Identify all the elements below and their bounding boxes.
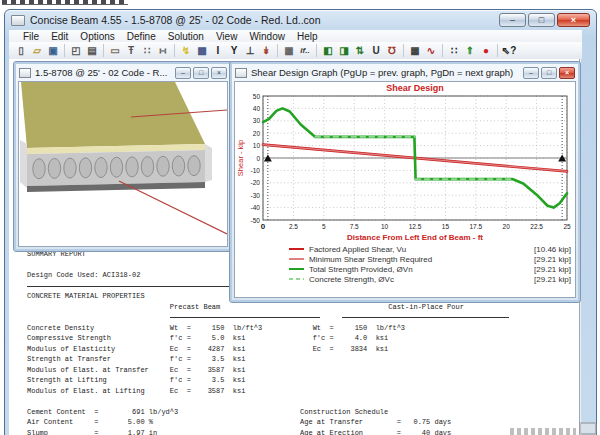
beam-left-end-face	[20, 140, 27, 188]
legend-swatch	[289, 248, 304, 251]
hollow-core	[188, 156, 200, 176]
shear-graph-window[interactable]: Shear Design Graph (PgUp = prev. graph, …	[230, 62, 580, 302]
minimize-button[interactable]: –	[175, 67, 191, 79]
save-file-button[interactable]: ▣	[45, 43, 61, 58]
x-tick-label: 2.5	[289, 223, 298, 230]
menu-item-options[interactable]: Options	[74, 31, 120, 42]
document-icon	[235, 68, 247, 78]
summary-line: Slump = 1.97 in Age at Erection = 40 day…	[27, 428, 464, 435]
print-button[interactable]: ▤	[84, 43, 100, 58]
print-preview-button[interactable]: ◰	[68, 43, 84, 58]
beam-3d-view[interactable]	[18, 81, 228, 247]
beam-view-window[interactable]: 1.5-8708 @ 25' - 02 Code - R... – □ ×	[14, 62, 232, 251]
toolbar-separator	[277, 44, 278, 57]
toolbar-separator	[497, 44, 498, 57]
minimize-button[interactable]: –	[499, 13, 526, 27]
flexure-design-button[interactable]: ◧	[320, 43, 336, 58]
shear-design-button[interactable]: ◨	[336, 43, 352, 58]
beam-topping-surface	[21, 82, 205, 148]
legend-row: Concrete Strength, ØVc[29.21 kip]	[289, 274, 571, 284]
y-tick-label: 10	[253, 142, 261, 149]
y-tick-label: -30	[251, 192, 261, 199]
legend-value: [10.46 kip]	[515, 245, 571, 254]
summary-line: Cement Content = 691 lb/yd^3 Constructio…	[27, 407, 464, 418]
hollow-core	[33, 159, 45, 179]
close-button[interactable]: ×	[557, 13, 590, 27]
toolbar-separator	[442, 44, 443, 57]
quick-run-button[interactable]: ↯	[178, 43, 194, 58]
maximize-button[interactable]: □	[541, 67, 557, 79]
beam-right-end-face	[205, 144, 212, 182]
hollow-core	[48, 158, 60, 178]
rebar-layout-button[interactable]: ∺	[155, 43, 171, 58]
run-analysis-button[interactable]: ∷	[446, 43, 462, 58]
menu-item-help[interactable]: Help	[291, 31, 324, 42]
stirrup-shape-button[interactable]: U	[368, 43, 384, 58]
shear-graph-titlebar[interactable]: Shear Design Graph (PgUp = prev. graph, …	[232, 64, 578, 81]
x-tick-label: 10	[381, 223, 389, 230]
menu-item-define[interactable]: Define	[121, 31, 162, 42]
hollow-core	[172, 156, 184, 176]
view-graphics-button[interactable]: ▩	[194, 43, 210, 58]
y-tick-label: 30	[253, 117, 261, 124]
beam-view-titlebar[interactable]: 1.5-8708 @ 25' - 02 Code - R... – □ ×	[16, 64, 230, 81]
filter-results-button[interactable]: Y	[226, 43, 242, 58]
beam-3d-render	[19, 82, 228, 243]
maximize-button[interactable]: □	[528, 13, 555, 27]
shear-graph-canvas[interactable]: -50-40-30-20-100102030405002.557.51012.5…	[234, 81, 576, 298]
calculation-summary-button[interactable]: ▦	[407, 43, 423, 58]
beam-geometry-button[interactable]: ▭	[107, 43, 123, 58]
x-tick-label: 25	[563, 223, 571, 230]
page: Concise Beam 4.55 - 1.5-8708 @ 25' - 02 …	[0, 0, 600, 435]
menu-item-view[interactable]: View	[210, 31, 244, 42]
context-help-button[interactable]: ⇖?	[501, 43, 517, 58]
beam-section-button[interactable]: Ŧ	[123, 43, 139, 58]
legend-value: [29.21 kip]	[515, 255, 571, 264]
menu-item-edit[interactable]: Edit	[45, 31, 74, 42]
app-titlebar[interactable]: Concise Beam 4.55 - 1.5-8708 @ 25' - 02 …	[5, 10, 596, 30]
close-button[interactable]: ×	[211, 67, 227, 79]
x-tick-label: 0	[261, 222, 266, 231]
summary-line: Strength at Lifting f'c = 3.5 ksi	[27, 375, 464, 386]
clipped-page-text	[2, 0, 128, 5]
legend-swatch	[289, 278, 304, 280]
x-axis-label: Distance From Left End of Beam - ft	[347, 233, 483, 242]
toolbar-separator	[103, 44, 104, 57]
minimize-button[interactable]: –	[523, 67, 539, 79]
open-folder-button[interactable]: ▱	[29, 43, 45, 58]
analysis-settings-button[interactable]: ▦	[281, 43, 297, 58]
app-window: Concise Beam 4.55 - 1.5-8708 @ 25' - 02 …	[4, 9, 597, 435]
design-status-button[interactable]: ⇑	[462, 43, 478, 58]
close-button[interactable]: ×	[559, 67, 575, 79]
summary-line: Concrete Density Wt = 150 lb/ft^3 Wt = 1…	[27, 323, 464, 334]
y-tick-label: -50	[251, 217, 261, 224]
y-tick-label: 20	[253, 130, 261, 137]
stop-record-button[interactable]: ●	[478, 43, 494, 58]
strand-layout-button[interactable]: ∷	[139, 43, 155, 58]
window-controls: –□×	[499, 13, 590, 27]
loads-button[interactable]: ↡	[258, 43, 274, 58]
new-file-button[interactable]: ▯	[13, 43, 29, 58]
hollow-core	[141, 157, 153, 177]
supports-button[interactable]: ⊥	[242, 43, 258, 58]
shear-graph-title: Shear Design Graph (PgUp = prev. graph, …	[251, 67, 521, 78]
y-tick-label: 50	[253, 93, 261, 100]
menu-item-window[interactable]: Window	[243, 31, 291, 42]
menu-item-file[interactable]: File	[17, 31, 45, 42]
legend-value: [29.21 kip]	[515, 275, 571, 284]
x-tick-label: 17.5	[469, 223, 482, 230]
y-tick-label: -20	[251, 179, 261, 186]
lifting-design-button[interactable]: ℧	[384, 43, 400, 58]
section-properties-button[interactable]: I	[210, 43, 226, 58]
maximize-button[interactable]: □	[193, 67, 209, 79]
stirrup-spacing-button[interactable]: ⇅	[352, 43, 368, 58]
design-graphs-button[interactable]: ∿	[423, 43, 439, 58]
hollow-core	[157, 156, 169, 176]
legend-value: [29.21 kip]	[515, 265, 571, 274]
summary-line: Air Content = 5.00 % Age at Transfer = 0…	[27, 417, 464, 428]
legend-label: Minimum Shear Strength Required	[309, 255, 515, 264]
menu-item-solution[interactable]: Solution	[162, 31, 210, 42]
load-cases-button[interactable]: if..	[297, 43, 313, 58]
document-icon	[19, 68, 31, 78]
toolbar-separator	[64, 44, 65, 57]
